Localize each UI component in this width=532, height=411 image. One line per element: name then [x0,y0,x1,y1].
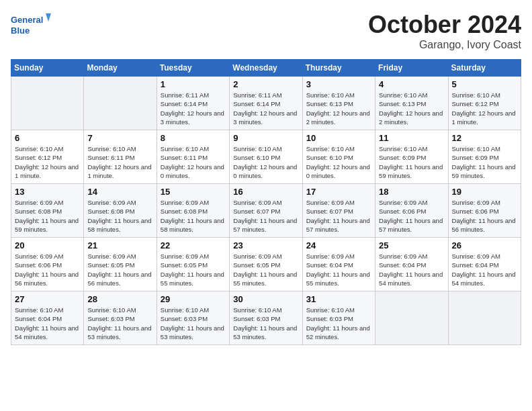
table-row [448,291,521,345]
title-block: October 2024 Garango, Ivory Coast [368,11,521,51]
svg-text:General: General [11,15,43,25]
day-number: 9 [233,133,298,143]
day-number: 5 [452,79,517,89]
header-row: Sunday Monday Tuesday Wednesday Thursday… [11,60,521,77]
cell-content: Sunrise: 6:10 AM Sunset: 6:13 PM Dayligh… [306,91,371,126]
table-row: 22Sunrise: 6:09 AM Sunset: 6:05 PM Dayli… [157,238,229,291]
page-header: General Blue October 2024 Garango, Ivory… [11,11,521,51]
table-row: 28Sunrise: 6:10 AM Sunset: 6:03 PM Dayli… [84,291,157,345]
day-number: 6 [15,133,80,143]
cell-content: Sunrise: 6:10 AM Sunset: 6:04 PM Dayligh… [15,306,80,341]
header-friday: Friday [375,60,448,77]
table-row: 13Sunrise: 6:09 AM Sunset: 6:08 PM Dayli… [11,184,84,238]
cell-content: Sunrise: 6:10 AM Sunset: 6:12 PM Dayligh… [15,144,80,180]
cell-content: Sunrise: 6:09 AM Sunset: 6:06 PM Dayligh… [379,198,444,234]
cell-content: Sunrise: 6:11 AM Sunset: 6:14 PM Dayligh… [161,91,226,126]
day-number: 13 [15,187,80,197]
table-row: 23Sunrise: 6:09 AM Sunset: 6:05 PM Dayli… [230,238,302,291]
month-title: October 2024 [368,11,521,39]
table-row: 24Sunrise: 6:09 AM Sunset: 6:04 PM Dayli… [302,238,375,291]
day-number: 3 [306,79,371,89]
cell-content: Sunrise: 6:09 AM Sunset: 6:05 PM Dayligh… [233,252,298,287]
table-row: 31Sunrise: 6:10 AM Sunset: 6:03 PM Dayli… [302,291,375,345]
table-row: 5Sunrise: 6:10 AM Sunset: 6:12 PM Daylig… [448,77,521,130]
cell-content: Sunrise: 6:10 AM Sunset: 6:10 PM Dayligh… [306,144,371,180]
logo-svg: General Blue [11,11,51,39]
calendar-table: Sunday Monday Tuesday Wednesday Thursday… [11,59,521,345]
table-row: 21Sunrise: 6:09 AM Sunset: 6:05 PM Dayli… [84,238,157,291]
day-number: 22 [161,240,226,250]
location-title: Garango, Ivory Coast [368,39,521,51]
cell-content: Sunrise: 6:10 AM Sunset: 6:11 PM Dayligh… [87,144,152,180]
header-wednesday: Wednesday [230,60,302,77]
table-row [84,77,157,130]
cell-content: Sunrise: 6:10 AM Sunset: 6:13 PM Dayligh… [379,91,444,126]
table-row: 26Sunrise: 6:09 AM Sunset: 6:04 PM Dayli… [448,238,521,291]
day-number: 23 [233,240,298,250]
header-thursday: Thursday [302,60,375,77]
cell-content: Sunrise: 6:09 AM Sunset: 6:06 PM Dayligh… [15,252,80,287]
day-number: 14 [87,187,152,197]
table-row: 16Sunrise: 6:09 AM Sunset: 6:07 PM Dayli… [230,184,302,238]
day-number: 19 [452,187,517,197]
table-row: 2Sunrise: 6:11 AM Sunset: 6:14 PM Daylig… [230,77,302,130]
day-number: 27 [15,294,80,304]
table-row: 27Sunrise: 6:10 AM Sunset: 6:04 PM Dayli… [11,291,84,345]
cell-content: Sunrise: 6:09 AM Sunset: 6:08 PM Dayligh… [161,198,226,234]
header-saturday: Saturday [448,60,521,77]
week-row-3: 13Sunrise: 6:09 AM Sunset: 6:08 PM Dayli… [11,184,521,238]
cell-content: Sunrise: 6:10 AM Sunset: 6:11 PM Dayligh… [161,144,226,180]
day-number: 24 [306,240,371,250]
table-row: 30Sunrise: 6:10 AM Sunset: 6:03 PM Dayli… [230,291,302,345]
table-row: 17Sunrise: 6:09 AM Sunset: 6:07 PM Dayli… [302,184,375,238]
week-row-5: 27Sunrise: 6:10 AM Sunset: 6:04 PM Dayli… [11,291,521,345]
table-row: 25Sunrise: 6:09 AM Sunset: 6:04 PM Dayli… [375,238,448,291]
table-row: 12Sunrise: 6:10 AM Sunset: 6:09 PM Dayli… [448,130,521,184]
cell-content: Sunrise: 6:09 AM Sunset: 6:04 PM Dayligh… [379,252,444,287]
cell-content: Sunrise: 6:10 AM Sunset: 6:03 PM Dayligh… [161,306,226,341]
table-row: 14Sunrise: 6:09 AM Sunset: 6:08 PM Dayli… [84,184,157,238]
cell-content: Sunrise: 6:10 AM Sunset: 6:09 PM Dayligh… [379,144,444,180]
table-row: 15Sunrise: 6:09 AM Sunset: 6:08 PM Dayli… [157,184,229,238]
table-row: 19Sunrise: 6:09 AM Sunset: 6:06 PM Dayli… [448,184,521,238]
day-number: 12 [452,133,517,143]
cell-content: Sunrise: 6:09 AM Sunset: 6:04 PM Dayligh… [452,252,517,287]
day-number: 11 [379,133,444,143]
day-number: 29 [161,294,226,304]
day-number: 20 [15,240,80,250]
cell-content: Sunrise: 6:10 AM Sunset: 6:09 PM Dayligh… [452,144,517,180]
day-number: 18 [379,187,444,197]
day-number: 1 [161,79,226,89]
day-number: 25 [379,240,444,250]
table-row: 6Sunrise: 6:10 AM Sunset: 6:12 PM Daylig… [11,130,84,184]
cell-content: Sunrise: 6:09 AM Sunset: 6:06 PM Dayligh… [452,198,517,234]
table-row: 7Sunrise: 6:10 AM Sunset: 6:11 PM Daylig… [84,130,157,184]
week-row-2: 6Sunrise: 6:10 AM Sunset: 6:12 PM Daylig… [11,130,521,184]
day-number: 15 [161,187,226,197]
day-number: 7 [87,133,152,143]
cell-content: Sunrise: 6:09 AM Sunset: 6:05 PM Dayligh… [87,252,152,287]
cell-content: Sunrise: 6:10 AM Sunset: 6:03 PM Dayligh… [306,306,371,341]
day-number: 31 [306,294,371,304]
logo: General Blue [11,11,51,39]
day-number: 8 [161,133,226,143]
header-monday: Monday [84,60,157,77]
cell-content: Sunrise: 6:10 AM Sunset: 6:03 PM Dayligh… [233,306,298,341]
table-row: 29Sunrise: 6:10 AM Sunset: 6:03 PM Dayli… [157,291,229,345]
cell-content: Sunrise: 6:09 AM Sunset: 6:04 PM Dayligh… [306,252,371,287]
day-number: 17 [306,187,371,197]
day-number: 4 [379,79,444,89]
table-row: 4Sunrise: 6:10 AM Sunset: 6:13 PM Daylig… [375,77,448,130]
cell-content: Sunrise: 6:09 AM Sunset: 6:07 PM Dayligh… [306,198,371,234]
cell-content: Sunrise: 6:10 AM Sunset: 6:10 PM Dayligh… [233,144,298,180]
day-number: 28 [87,294,152,304]
cell-content: Sunrise: 6:09 AM Sunset: 6:08 PM Dayligh… [15,198,80,234]
table-row [375,291,448,345]
week-row-1: 1Sunrise: 6:11 AM Sunset: 6:14 PM Daylig… [11,77,521,130]
header-tuesday: Tuesday [157,60,229,77]
day-number: 16 [233,187,298,197]
table-row: 1Sunrise: 6:11 AM Sunset: 6:14 PM Daylig… [157,77,229,130]
cell-content: Sunrise: 6:11 AM Sunset: 6:14 PM Dayligh… [233,91,298,126]
table-row: 9Sunrise: 6:10 AM Sunset: 6:10 PM Daylig… [230,130,302,184]
header-sunday: Sunday [11,60,84,77]
